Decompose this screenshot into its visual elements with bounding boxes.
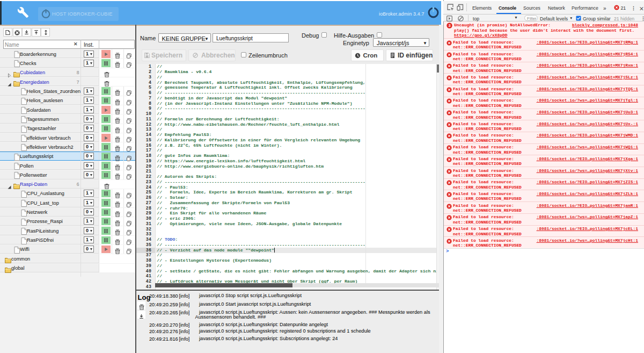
- svg-text:3: 3: [448, 23, 450, 28]
